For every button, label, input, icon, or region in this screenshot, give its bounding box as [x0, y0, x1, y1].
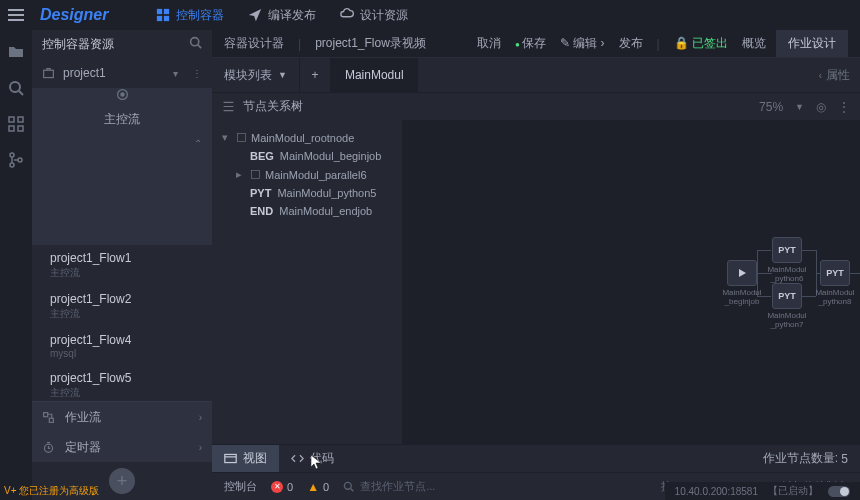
svg-rect-1 — [164, 9, 169, 14]
rail-search-icon[interactable] — [8, 80, 24, 96]
svg-rect-5 — [9, 117, 14, 122]
canvas-node[interactable]: PYTMainModul_python6 — [767, 237, 807, 284]
svg-point-15 — [120, 93, 123, 96]
logo: Designer — [40, 6, 108, 24]
section-main-flow[interactable]: 主控流 ⌃ — [32, 88, 212, 245]
cancel-button[interactable]: 取消 — [477, 35, 501, 52]
save-button[interactable]: ●保存 — [515, 35, 546, 52]
canvas-node[interactable]: MainModul_beginjob — [722, 260, 762, 307]
svg-rect-19 — [237, 133, 245, 141]
menu-icon[interactable] — [8, 5, 28, 25]
search-icon[interactable] — [189, 36, 202, 52]
flow-item[interactable]: project1_Flow5主控流 — [32, 365, 212, 402]
svg-rect-7 — [9, 126, 14, 131]
rail-grid-icon[interactable] — [8, 116, 24, 132]
nav-control-container[interactable]: 控制容器 — [156, 7, 224, 24]
tree-title: 节点关系树 — [243, 98, 303, 115]
checkout-status[interactable]: 🔒 已签出 — [674, 35, 728, 52]
svg-point-4 — [10, 82, 20, 92]
project-row[interactable]: project1 ▾ ⋮ — [32, 58, 212, 88]
svg-point-12 — [191, 38, 199, 46]
svg-rect-17 — [49, 418, 53, 422]
tree-row[interactable]: ▾MainModul_rootnode — [222, 128, 392, 147]
svg-rect-2 — [157, 16, 162, 21]
svg-point-10 — [10, 163, 14, 167]
search-icon — [343, 481, 354, 492]
nav-compile-publish[interactable]: 编译发布 — [248, 7, 316, 24]
status-state: 【已启动】 — [768, 484, 818, 498]
svg-point-9 — [10, 153, 14, 157]
node-count: 作业节点数量: 5 — [751, 445, 860, 472]
module-list-dropdown[interactable]: 模块列表 ▼ — [212, 58, 299, 92]
rail-folder-icon[interactable] — [8, 44, 24, 60]
canvas-node[interactable]: PYTMainModul_python8 — [815, 260, 855, 307]
view-tab[interactable]: 视图 — [212, 445, 279, 472]
chevron-down-icon: ▾ — [173, 68, 178, 79]
publish-button[interactable]: 发布 — [619, 35, 643, 52]
project-name: project1 — [63, 66, 106, 80]
chevron-down-icon: ⌃ — [194, 138, 202, 149]
breadcrumb-current: project1_Flow录视频 — [315, 35, 426, 52]
tree-row[interactable]: ENDMainModul_endjob — [222, 202, 392, 220]
tree-icon — [222, 100, 235, 113]
svg-rect-13 — [44, 70, 54, 77]
registration-note: V+ 您已注册为高级版 — [4, 484, 99, 498]
flow-item[interactable]: project1_Flow4mysql — [32, 327, 212, 365]
console-label: 控制台 — [224, 479, 257, 494]
edit-button[interactable]: ✎ 编辑 › — [560, 35, 605, 52]
section-timer[interactable]: 定时器 › — [32, 432, 212, 462]
sidebar-title: 控制容器资源 — [42, 36, 114, 53]
status-ip: 10.40.0.200:18581 — [675, 486, 758, 497]
flow-item[interactable]: project1_Flow2主控流 — [32, 286, 212, 327]
breadcrumb-root[interactable]: 容器设计器 — [224, 35, 284, 52]
svg-rect-8 — [18, 126, 23, 131]
console-search-input[interactable]: 查找作业节点... — [360, 479, 435, 494]
svg-rect-3 — [164, 16, 169, 21]
overview-tab[interactable]: 概览 — [742, 35, 766, 52]
svg-rect-20 — [251, 170, 259, 178]
add-tab-button[interactable]: + — [299, 58, 331, 92]
svg-rect-16 — [44, 412, 48, 416]
more-icon[interactable]: ⋮ — [838, 100, 850, 114]
tree-row[interactable]: PYTMainModul_python5 — [222, 184, 392, 202]
svg-point-23 — [345, 482, 352, 489]
warning-count[interactable]: ▲0 — [307, 480, 329, 494]
design-tab[interactable]: 作业设计 — [776, 30, 848, 57]
more-icon[interactable]: ⋮ — [192, 68, 202, 79]
rail-branch-icon[interactable] — [8, 152, 24, 168]
target-icon[interactable]: ◎ — [816, 100, 826, 114]
zoom-level[interactable]: 75% — [759, 100, 783, 114]
svg-rect-6 — [18, 117, 23, 122]
tree-row[interactable]: BEGMainModul_beginjob — [222, 147, 392, 165]
add-button[interactable]: + — [109, 468, 135, 494]
section-work-flow[interactable]: 作业流 › — [32, 402, 212, 432]
flow-item[interactable]: project1_Flow1主控流 — [32, 245, 212, 286]
svg-rect-0 — [157, 9, 162, 14]
properties-button[interactable]: ‹ 属性 — [809, 58, 860, 92]
svg-point-11 — [18, 158, 22, 162]
tab-mainmodul[interactable]: MainModul — [331, 58, 418, 92]
code-tab[interactable]: 代码 — [279, 445, 346, 472]
canvas-node[interactable]: PYTMainModul_python7 — [767, 283, 807, 330]
nav-design-resources[interactable]: 设计资源 — [340, 7, 408, 24]
error-count[interactable]: ✕0 — [271, 481, 293, 493]
chevron-right-icon: › — [199, 442, 202, 453]
svg-rect-22 — [225, 454, 236, 462]
chevron-right-icon: › — [199, 412, 202, 423]
status-toggle[interactable] — [828, 486, 850, 497]
tree-row[interactable]: ▸MainModul_parallel6 — [222, 165, 392, 184]
